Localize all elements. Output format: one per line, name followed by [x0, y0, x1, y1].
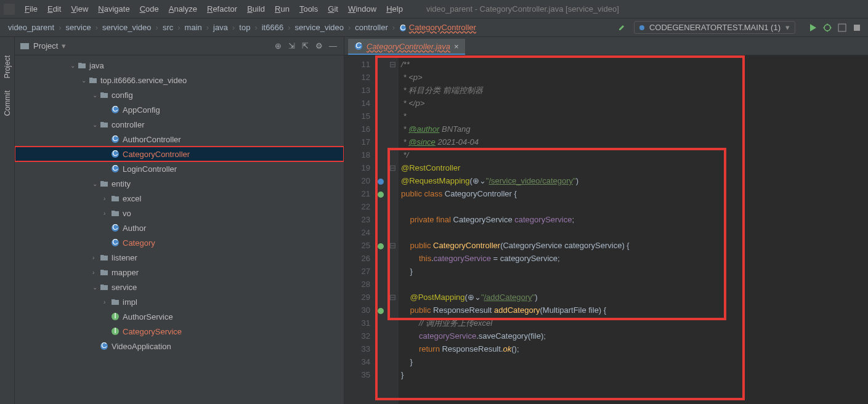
- menu-help[interactable]: Help: [381, 2, 408, 15]
- project-tree[interactable]: ⌄java⌄top.it6666.service_video⌄config CA…: [15, 55, 344, 404]
- breadcrumb-service[interactable]: service: [64, 22, 93, 33]
- svg-text:C: C: [112, 224, 118, 232]
- stop-icon[interactable]: [852, 23, 862, 33]
- menubar: FileEditViewNavigateCodeAnalyzeRefactorB…: [0, 0, 868, 18]
- svg-text:C: C: [112, 105, 118, 113]
- svg-text:C: C: [112, 135, 118, 143]
- window-title: video_parent - CategoryController.java […: [426, 4, 619, 14]
- app-logo-icon: [4, 4, 15, 15]
- sidebar-header: Project ▾ ⊕ ⇲ ⇱ ⚙ —: [15, 37, 344, 55]
- coverage-icon[interactable]: [837, 23, 847, 33]
- svg-text:C: C: [112, 164, 118, 172]
- breadcrumb-service_video[interactable]: service_video: [293, 22, 346, 33]
- project-toolwindow-button[interactable]: Project: [3, 55, 12, 78]
- menu-analyze[interactable]: Analyze: [164, 2, 202, 15]
- menu-file[interactable]: File: [20, 2, 43, 15]
- config-dot-icon: [639, 25, 644, 30]
- chevron-down-icon: ▾: [785, 23, 790, 32]
- code-content[interactable]: /** * <p> * 科目分类 前端控制器 * </p> * * @autho…: [399, 55, 868, 404]
- breadcrumb-src[interactable]: src: [161, 22, 175, 33]
- svg-text:C: C: [355, 42, 362, 50]
- breadcrumb-java[interactable]: java: [211, 22, 230, 33]
- marker-gutter: [375, 55, 386, 404]
- editor-tabs: C CategoryController.java ×: [344, 37, 868, 55]
- tree-item-listener[interactable]: ›listener: [15, 250, 344, 265]
- breadcrumb-video_parent[interactable]: video_parent: [6, 22, 56, 33]
- left-toolstrip: Project Commit: [0, 37, 15, 404]
- menu-view[interactable]: View: [66, 2, 93, 15]
- sidebar-title: Project: [33, 41, 58, 50]
- tree-item-java[interactable]: ⌄java: [15, 58, 344, 73]
- svg-point-28: [378, 243, 384, 249]
- svg-text:C: C: [112, 238, 118, 246]
- menu-tools[interactable]: Tools: [294, 2, 323, 15]
- menu-code[interactable]: Code: [135, 2, 164, 15]
- code-area[interactable]: 1112131415161718192021222324252627282930…: [344, 55, 868, 404]
- svg-text:C: C: [112, 150, 118, 158]
- editor-tab-categorycontroller[interactable]: C CategoryController.java ×: [348, 39, 465, 55]
- settings-gear-icon[interactable]: ⚙: [315, 41, 325, 51]
- menu-build[interactable]: Build: [242, 2, 270, 15]
- tree-item-categorycontroller[interactable]: CCategoryController: [15, 147, 344, 161]
- svg-text:I: I: [114, 312, 116, 320]
- menu-edit[interactable]: Edit: [43, 2, 66, 15]
- breadcrumb-categorycontroller[interactable]: C CategoryController: [397, 22, 478, 33]
- breadcrumb-it6666[interactable]: it6666: [260, 22, 285, 33]
- breadcrumb-top[interactable]: top: [237, 22, 252, 33]
- tree-item-category[interactable]: CCategory: [15, 235, 344, 250]
- run-config-selector[interactable]: CODEGENERATORTEST.MAIN1 (1) ▾: [634, 21, 795, 34]
- tree-item-impl[interactable]: ›impl: [15, 294, 344, 309]
- svg-text:C: C: [400, 25, 405, 32]
- run-play-icon[interactable]: [808, 23, 817, 33]
- breadcrumb-main[interactable]: main: [183, 22, 204, 33]
- menu-git[interactable]: Git: [323, 2, 343, 15]
- tree-item-authorcontroller[interactable]: CAuthorController: [15, 132, 344, 147]
- tree-item-logincontroller[interactable]: CLoginController: [15, 161, 344, 176]
- tree-item-mapper[interactable]: ›mapper: [15, 265, 344, 280]
- debug-icon[interactable]: [822, 23, 832, 33]
- tree-item-config[interactable]: ⌄config: [15, 87, 344, 102]
- menu-window[interactable]: Window: [343, 2, 381, 15]
- tree-item-categoryservice[interactable]: ICategoryService: [15, 324, 344, 339]
- close-tab-icon[interactable]: ×: [454, 42, 459, 51]
- line-number-gutter: 1112131415161718192021222324252627282930…: [344, 55, 375, 404]
- tree-item-service[interactable]: ⌄service: [15, 280, 344, 294]
- menu-refactor[interactable]: Refactor: [202, 2, 242, 15]
- tree-item-authorservice[interactable]: IAuthorService: [15, 309, 344, 324]
- editor: C CategoryController.java × 111213141516…: [344, 37, 868, 404]
- breadcrumb-service_video[interactable]: service_video: [100, 22, 153, 33]
- chevron-down-icon[interactable]: ▾: [62, 41, 66, 50]
- svg-rect-3: [838, 24, 846, 31]
- tree-item-top-it6666-service-video[interactable]: ⌄top.it6666.service_video: [15, 73, 344, 87]
- svg-point-2: [824, 25, 830, 31]
- commit-toolwindow-button[interactable]: Commit: [3, 91, 12, 116]
- locate-icon[interactable]: ⊕: [275, 41, 285, 51]
- svg-point-27: [378, 192, 384, 198]
- tree-item-appconfig[interactable]: CAppConfig: [15, 102, 344, 117]
- svg-text:I: I: [114, 327, 116, 335]
- svg-point-29: [378, 308, 384, 314]
- tree-item-videoapplication[interactable]: CVideoApplication: [15, 339, 344, 354]
- project-sidebar: Project ▾ ⊕ ⇲ ⇱ ⚙ — ⌄java⌄top.it6666.ser…: [15, 37, 344, 404]
- expand-icon[interactable]: ⇲: [288, 41, 298, 51]
- build-hammer-icon[interactable]: [618, 23, 628, 33]
- tab-label: CategoryController.java: [367, 42, 450, 51]
- hide-icon[interactable]: —: [329, 41, 339, 51]
- run-config-label: CODEGENERATORTEST.MAIN1 (1): [649, 23, 781, 32]
- breadcrumb-controller[interactable]: controller: [353, 22, 389, 33]
- menu-navigate[interactable]: Navigate: [93, 2, 134, 15]
- tree-item-entity[interactable]: ⌄entity: [15, 176, 344, 191]
- svg-point-26: [378, 179, 384, 185]
- tree-item-controller[interactable]: ⌄controller: [15, 117, 344, 132]
- svg-rect-4: [854, 25, 860, 31]
- svg-text:C: C: [101, 342, 107, 350]
- java-class-icon: C: [354, 42, 363, 50]
- tree-item-vo[interactable]: ›vo: [15, 206, 344, 220]
- menu-run[interactable]: Run: [270, 2, 294, 15]
- tree-item-excel[interactable]: ›excel: [15, 191, 344, 206]
- fold-gutter[interactable]: ⊟ ⊟ ⊟ ⊟: [386, 55, 399, 404]
- tree-item-author[interactable]: CAuthor: [15, 220, 344, 235]
- collapse-icon[interactable]: ⇱: [302, 41, 312, 51]
- project-icon: [20, 41, 30, 51]
- breadcrumb-bar: video_parent›service›service_video›src›m…: [0, 18, 868, 37]
